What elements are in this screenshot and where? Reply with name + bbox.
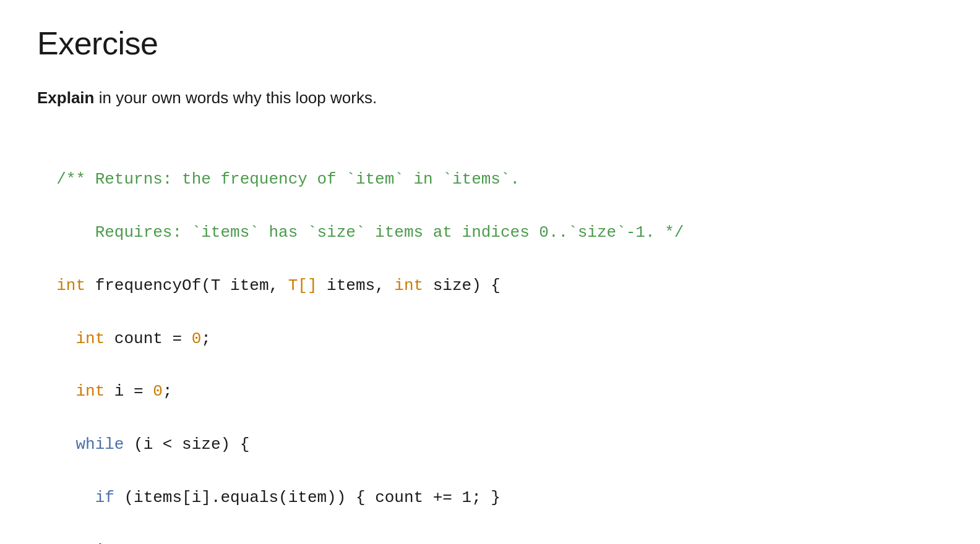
code-block: /** Returns: the frequency of `item` in … — [37, 140, 943, 544]
comment-line2: Requires: `items` has `size` items at in… — [56, 223, 684, 242]
code-while: while (i < size) { — [56, 435, 249, 454]
instruction-paragraph: Explain in your own words why this loop … — [37, 87, 943, 109]
page-title: Exercise — [37, 25, 943, 62]
code-count-decl: int count = 0; — [56, 329, 211, 348]
comment-line1: /** Returns: the frequency of `item` in … — [56, 170, 520, 189]
code-i-inc: i += 1; — [56, 542, 163, 544]
code-signature: int frequencyOf(T item, T[] items, int s… — [56, 276, 501, 295]
instruction-rest: in your own words why this loop works. — [94, 88, 377, 107]
code-if: if (items[i].equals(item)) { count += 1;… — [56, 488, 501, 507]
code-i-decl: int i = 0; — [56, 382, 172, 401]
instruction-bold: Explain — [37, 88, 94, 107]
